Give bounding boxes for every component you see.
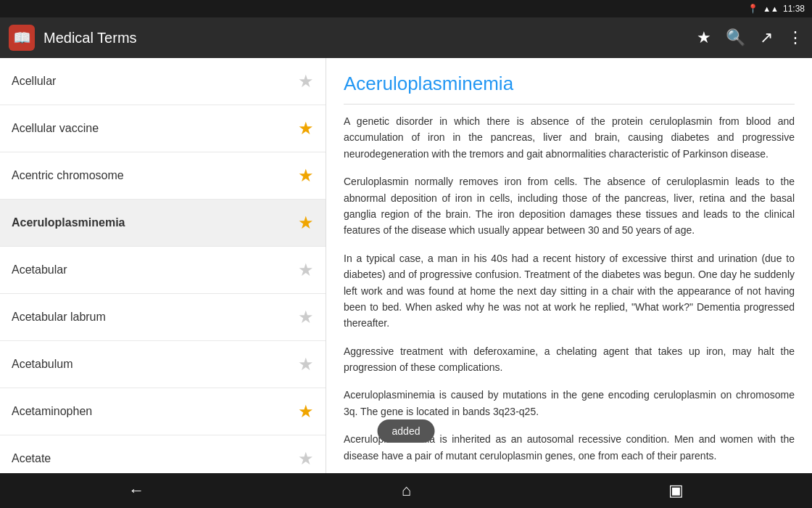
- app-icon: 📖: [9, 25, 35, 51]
- location-icon: 📍: [747, 4, 758, 14]
- more-button[interactable]: ⋮: [787, 28, 803, 47]
- bookmark-button[interactable]: ★: [697, 28, 711, 47]
- time-display: 11:38: [783, 4, 805, 14]
- list-item[interactable]: Aceruloplasminemia★: [0, 200, 326, 247]
- detail-paragraph: Aceruloplasminemia is inherited as an au…: [344, 431, 795, 464]
- star-icon[interactable]: ★: [298, 71, 314, 91]
- app-header: 📖 Medical Terms ★ 🔍 ↗ ⋮: [0, 17, 812, 58]
- search-button[interactable]: 🔍: [726, 28, 745, 47]
- detail-paragraph: A genetic disorder in which there is abs…: [344, 113, 795, 162]
- status-bar: 📍 ▲▲ 11:38: [0, 0, 812, 17]
- list-item[interactable]: Acetaminophen★: [0, 388, 326, 435]
- list-item[interactable]: Acetabulum★: [0, 341, 326, 388]
- list-item[interactable]: Acellular vaccine★: [0, 105, 326, 152]
- star-icon[interactable]: ★: [298, 448, 314, 469]
- detail-paragraph: Ceruloplasmin normally removes iron from…: [344, 173, 795, 239]
- detail-paragraph: Aggressive treatment with deferoxamine, …: [344, 343, 795, 376]
- star-icon[interactable]: ★: [298, 213, 314, 233]
- list-item-label: Acetabular: [12, 263, 67, 276]
- star-icon[interactable]: ★: [298, 401, 314, 422]
- star-icon[interactable]: ★: [298, 165, 314, 186]
- list-item-label: Acetabulum: [12, 358, 73, 371]
- book-icon: 📖: [13, 29, 31, 46]
- detail-paragraph: Aceruloplasminemia is caused by mutation…: [344, 387, 795, 419]
- star-icon[interactable]: ★: [298, 354, 314, 374]
- list-item-label: Acentric chromosome: [12, 169, 124, 182]
- list-item[interactable]: Acentric chromosome★: [0, 152, 326, 200]
- list-item-label: Aceruloplasminemia: [12, 216, 125, 229]
- list-item-label: Acetate: [12, 452, 51, 465]
- list-item[interactable]: Acetabular labrum★: [0, 294, 326, 341]
- share-button[interactable]: ↗: [760, 28, 773, 47]
- detail-body: A genetic disorder in which there is abs…: [344, 113, 795, 473]
- back-button[interactable]: ←: [107, 475, 166, 506]
- signal-icon: ▲▲: [763, 4, 779, 13]
- star-icon[interactable]: ★: [298, 118, 314, 139]
- list-item-label: Acellular: [12, 75, 56, 88]
- detail-title: Aceruloplasminemia: [344, 73, 795, 105]
- list-item-label: Acetabular labrum: [12, 311, 106, 324]
- left-panel: Acellular★Acellular vaccine★Acentric chr…: [0, 58, 326, 473]
- star-icon[interactable]: ★: [298, 307, 314, 327]
- list-item[interactable]: Acellular★: [0, 58, 326, 105]
- recents-button[interactable]: ▣: [647, 475, 705, 506]
- bottom-nav: ← ⌂ ▣: [0, 473, 812, 508]
- app-title: Medical Terms: [44, 30, 697, 46]
- detail-paragraph: In a typical case, a man in his 40s had …: [344, 250, 795, 332]
- list-item-label: Acetaminophen: [12, 405, 92, 418]
- main-content: Acellular★Acellular vaccine★Acentric chr…: [0, 58, 812, 473]
- list-item[interactable]: Acetate★: [0, 435, 326, 473]
- home-button[interactable]: ⌂: [380, 475, 433, 506]
- star-icon[interactable]: ★: [298, 260, 314, 280]
- list-item-label: Acellular vaccine: [12, 122, 99, 135]
- list-item[interactable]: Acetabular★: [0, 247, 326, 294]
- header-actions: ★ 🔍 ↗ ⋮: [697, 28, 803, 47]
- right-panel: Aceruloplasminemia A genetic disorder in…: [326, 58, 812, 473]
